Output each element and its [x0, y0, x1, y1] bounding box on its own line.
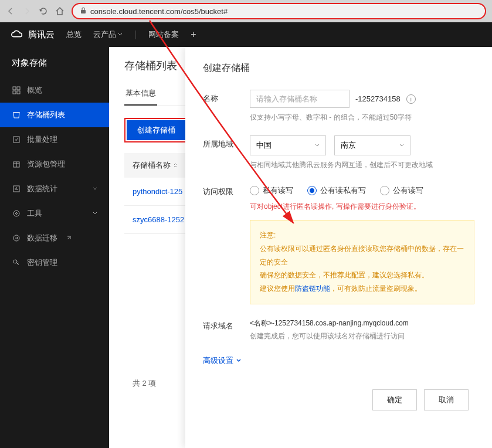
city-select[interactable]: 南京 — [334, 135, 410, 155]
cloud-logo-icon — [11, 28, 23, 41]
header-products[interactable]: 云产品 — [93, 29, 123, 40]
chevron-down-icon — [236, 358, 242, 364]
main-content: 存储桶列表 基本信息 创建存储桶 存储桶名称 pythondict-125 sz… — [109, 47, 492, 448]
svg-rect-4 — [17, 91, 20, 94]
sidebar-item-batch[interactable]: 批量处理 — [0, 127, 109, 152]
antileech-link[interactable]: 防盗链功能 — [295, 284, 330, 293]
create-bucket-modal: 创建存储桶 名称 -1252734158 i 仅支持小写字母、数字和 - 的组合… — [185, 47, 492, 448]
sidebar-item-package[interactable]: 资源包管理 — [0, 152, 109, 177]
radio-public-rw[interactable]: 公有读写 — [380, 185, 423, 196]
lock-icon — [80, 6, 87, 16]
header-overview[interactable]: 总览 — [66, 29, 82, 40]
region-hint: 与相同地域其他腾讯云服务内网互通，创建后不可更改地域 — [250, 160, 474, 170]
tool-icon — [12, 209, 21, 218]
chevron-down-icon — [315, 143, 320, 148]
modal-title: 创建存储桶 — [203, 62, 474, 74]
bucket-name-input[interactable] — [250, 90, 350, 108]
batch-icon — [12, 135, 21, 144]
sidebar-title: 对象存储 — [0, 47, 109, 78]
sort-icon[interactable] — [172, 162, 178, 168]
permission-label: 访问权限 — [203, 183, 250, 197]
sidebar-item-stats[interactable]: 数据统计 — [0, 177, 109, 201]
external-icon — [66, 235, 72, 241]
brand-logo[interactable]: 腾讯云 — [11, 28, 55, 41]
address-bar[interactable]: console.cloud.tencent.com/cos5/bucket# — [72, 3, 486, 19]
package-icon — [12, 159, 21, 169]
app-header: 腾讯云 总览 云产品 | 网站备案 + — [0, 22, 492, 47]
cancel-button[interactable]: 取消 — [424, 389, 469, 410]
svg-point-8 — [13, 211, 19, 216]
reload-button[interactable] — [39, 6, 48, 16]
stats-icon — [12, 184, 21, 194]
radio-private[interactable]: 私有读写 — [250, 185, 293, 196]
grid-icon — [12, 86, 21, 95]
back-button[interactable] — [6, 6, 15, 16]
radio-public-read[interactable]: 公有读私有写 — [307, 185, 366, 196]
migrate-icon — [12, 233, 21, 243]
region-label: 所属地域 — [203, 135, 250, 150]
forward-button[interactable] — [22, 6, 32, 16]
svg-rect-2 — [17, 87, 20, 90]
sidebar-item-keys[interactable]: 密钥管理 — [0, 250, 109, 275]
advanced-toggle[interactable]: 高级设置 — [203, 355, 474, 366]
notice-box: 注意: 公有读权限可以通过匿名身份直接读取您存储桶中的数据，存在一定的安全 确保… — [250, 220, 474, 304]
confirm-button[interactable]: 确定 — [372, 389, 417, 410]
sidebar: 对象存储 概览 存储桶列表 批量处理 资源包管理 数据统计 工具 数据迁移 密钥… — [0, 47, 109, 448]
permission-warning: 可对object进行匿名读操作, 写操作需要进行身份验证。 — [250, 202, 474, 212]
url-text: console.cloud.tencent.com/cos5/bucket# — [90, 7, 228, 16]
domain-hint: 创建完成后，您可以使用该域名对存储桶进行访问 — [250, 330, 474, 343]
name-hint: 仅支持小写字母、数字和 - 的组合，不能超过50字符 — [250, 113, 474, 123]
svg-rect-3 — [13, 91, 16, 94]
domain-value: <名称>-1252734158.cos.ap-nanjing.myqcloud.… — [250, 317, 474, 330]
svg-point-9 — [16, 213, 18, 215]
header-add[interactable]: + — [191, 29, 196, 40]
sidebar-item-migrate[interactable]: 数据迁移 — [0, 226, 109, 250]
name-label: 名称 — [203, 90, 250, 104]
bucket-suffix: -1252734158 — [355, 94, 401, 103]
sidebar-item-tools[interactable]: 工具 — [0, 201, 109, 226]
domain-label: 请求域名 — [203, 317, 250, 331]
svg-rect-5 — [13, 137, 19, 142]
svg-rect-0 — [81, 10, 86, 13]
key-icon — [12, 258, 21, 267]
chevron-down-icon — [399, 143, 404, 148]
help-icon[interactable]: i — [406, 94, 416, 104]
create-bucket-button[interactable]: 创建存储桶 — [127, 120, 186, 140]
svg-rect-1 — [13, 87, 16, 90]
home-button[interactable] — [55, 6, 65, 16]
bucket-icon — [12, 110, 21, 120]
browser-toolbar: console.cloud.tencent.com/cos5/bucket# — [0, 0, 492, 22]
create-button-highlight: 创建存储桶 — [124, 118, 188, 142]
country-select[interactable]: 中国 — [250, 135, 326, 155]
sidebar-item-overview[interactable]: 概览 — [0, 78, 109, 103]
sidebar-item-bucket-list[interactable]: 存储桶列表 — [0, 103, 109, 127]
header-beian[interactable]: 网站备案 — [148, 29, 179, 40]
tab-basic-info[interactable]: 基本信息 — [124, 82, 157, 106]
